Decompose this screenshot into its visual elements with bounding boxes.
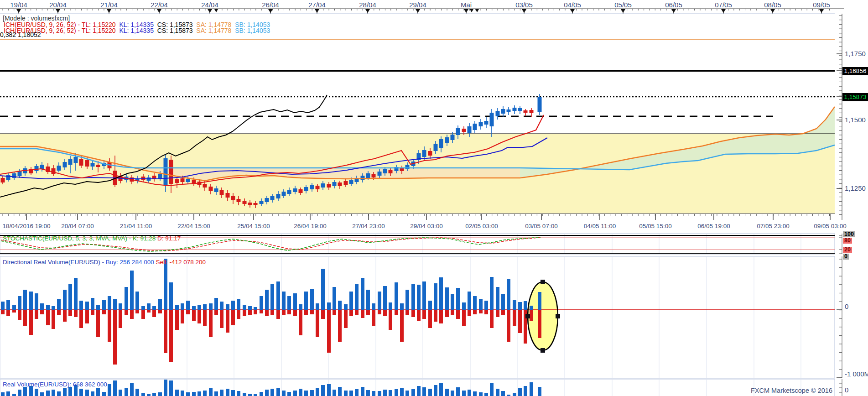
date-marker-triangle [157,9,161,13]
axis-label: 26/04 19:00 [294,223,326,229]
ich-kl: KL: 1,14335 [119,27,154,34]
buy-volume-bar [518,302,522,310]
date-marker-triangle [214,9,218,12]
real-volume-bar [164,380,167,396]
ich-sb: SB: 1,14053 [235,27,270,34]
axis-label: 21/04 [100,1,118,9]
candle-body [293,188,297,192]
buy-volume-bar [85,302,89,310]
buy-volume-bar [349,292,353,310]
ichimoku-header-line2: ICH(EUR/USD, 9, 26, 52) - TL: 1,15220 KL… [4,27,270,34]
buy-volume-bar [6,300,10,310]
sell-volume-bar [6,310,10,316]
real-volume-bar [85,390,89,396]
axis-label: 09/05 03:00 [814,223,846,229]
axis-label: 04/05 11:00 [584,223,616,229]
candle-body [226,193,230,198]
chart-canvas[interactable] [0,0,868,396]
real-volume-bar [299,389,302,396]
buy-volume-bar [158,299,162,310]
sell-volume-bar [344,310,348,328]
real-volume-bar [333,390,336,396]
sell-volume-bar [496,310,499,317]
sell-volume-bar [473,310,477,314]
candle-body [74,157,78,163]
sell-volume-bar [91,310,94,315]
fxcm-credit: FXCM Marketscope © 2016 [751,387,832,394]
buy-volume-bar [79,301,83,310]
buy-volume-bar [378,292,381,310]
real-volume-bar [372,391,375,396]
stochastic-header: STOCHASTIC(EUR/USD, 5, 3, 3, MVA, MVA) -… [3,235,181,242]
candle-body [422,150,426,157]
real-volume-bar [411,389,415,396]
right-axis[interactable] [837,14,842,396]
directional-volume-pane [0,256,835,378]
buy-volume-bar [479,299,483,310]
buy-volume-bar [372,303,375,310]
candle-body [462,129,466,132]
candle-body [287,190,291,194]
sell-volume-bar [85,310,89,323]
buy-volume-bar [203,304,207,310]
sell-volume-bar [378,310,381,314]
annotation-handle[interactable] [541,280,545,284]
buy-volume-bar [130,271,134,310]
candle-body [518,108,522,111]
sell-volume-bar [395,310,398,315]
sell-volume-bar [310,310,314,314]
axis-label: 0 [845,386,848,394]
buy-volume-bar [468,292,471,310]
real-volume-bar [321,385,325,396]
buy-volume-bar [304,292,308,310]
sell-volume-bar [29,310,33,335]
candle-body [265,198,269,202]
real-volume-bar [214,391,218,396]
candle-body [164,158,168,185]
top-ruler[interactable] [0,0,868,14]
candle-body [169,160,173,184]
buy-volume-bar [270,284,274,310]
buy-volume-bar [310,289,314,310]
real-volume-bar [484,393,488,396]
real-volume-bar [496,389,499,396]
buy-volume-bar [361,278,364,310]
buy-volume-bar [265,290,269,310]
sell-volume-bar [214,310,218,315]
sell-volume-bar [411,310,415,317]
sell-volume-bar [147,310,151,313]
sell-volume-bar [405,310,409,315]
buy-volume-bar [192,306,196,310]
sell-volume-bar [52,310,55,329]
buy-volume-bar [501,294,505,310]
real-volume-bar [175,390,179,396]
real-volume-bar [35,389,38,396]
real-volume-bar [40,392,44,396]
axis-label: 29/04 03:00 [410,223,442,229]
annotation-handle[interactable] [556,314,560,318]
sell-volume-bar [102,310,106,314]
candle-body [175,179,179,183]
real-volume-bar [23,387,27,396]
sell-volume-bar [108,310,111,342]
buy-volume-bar [164,259,167,310]
real-volume-bar [18,390,21,396]
mid-ruler[interactable] [0,214,835,220]
real-volume-bar [518,388,522,396]
axis-label: 05/05 15:00 [639,223,671,229]
real-volume-bar [400,388,404,396]
annotation-handle[interactable] [525,314,530,318]
buy-volume-bar [181,303,184,310]
axis-label: 05/05 [614,1,632,9]
sell-volume-bar [333,310,336,315]
stochastic-label-d: D: 91,17 [157,235,181,242]
candle-body [490,113,494,126]
price-badge: 1,15873 [842,93,868,101]
axis-label: 27/04 23:00 [352,223,385,229]
real-volume-bar [181,391,184,396]
annotation-handle[interactable] [541,348,545,353]
buy-volume-bar [355,284,359,310]
buy-volume-bar [507,279,510,310]
real-volume-bar [46,391,50,396]
date-marker-triangle [464,9,468,13]
